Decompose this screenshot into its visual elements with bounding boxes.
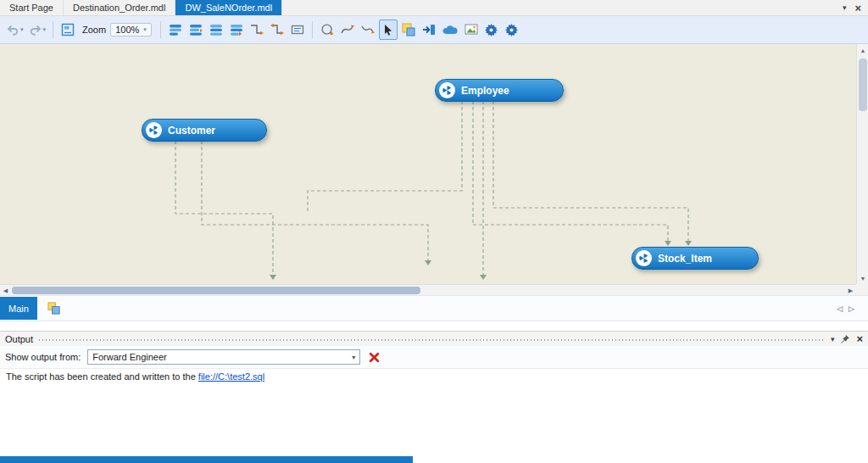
fan-icon bbox=[441, 84, 453, 97]
document-tabbar: Start Page Destination_Order.mdl DW_Sale… bbox=[0, 0, 868, 16]
undo-button[interactable]: ▾ bbox=[4, 20, 25, 40]
new-view-with-fields-button[interactable] bbox=[227, 20, 246, 40]
output-message: The script has been created and written … bbox=[0, 369, 868, 384]
entity-icon bbox=[146, 122, 162, 138]
undo-caret-icon: ▾ bbox=[20, 26, 24, 33]
new-table-button[interactable] bbox=[166, 20, 185, 40]
panel-drag-dots[interactable] bbox=[39, 339, 825, 341]
close-panel-icon[interactable]: × bbox=[856, 333, 863, 344]
tabstrip-pagers: ◁ ▷ bbox=[837, 304, 868, 313]
scroll-up-icon[interactable]: ▲ bbox=[857, 44, 868, 56]
ellipse-tool-button[interactable] bbox=[318, 20, 337, 40]
entity-employee[interactable]: Employee bbox=[435, 79, 564, 102]
new-table-with-fields-button[interactable] bbox=[186, 20, 205, 40]
new-diagram-icon bbox=[47, 301, 61, 315]
redo-caret-icon: ▾ bbox=[43, 26, 47, 33]
entity-icon bbox=[636, 250, 652, 266]
jump-to-object-button[interactable] bbox=[420, 20, 438, 40]
panel-menu-chevron-icon[interactable]: ▾ bbox=[831, 335, 835, 343]
toolbar-separator bbox=[312, 21, 313, 38]
diagram-toolbar: ▾ ▾ Zoom 100%▾ bbox=[0, 16, 868, 44]
relation-one-to-many-button[interactable] bbox=[248, 20, 266, 40]
pointer-tool-button[interactable] bbox=[379, 20, 398, 40]
output-title: Output bbox=[5, 334, 33, 344]
data-modeler-window: Start Page Destination_Order.mdl DW_Sale… bbox=[0, 0, 868, 463]
tabbar-controls: ▾ × bbox=[836, 0, 868, 15]
tab-label: Destination_Order.mdl bbox=[73, 3, 165, 13]
horizontal-scroll-thumb[interactable] bbox=[12, 287, 420, 294]
output-source-value: Forward Engineer bbox=[92, 352, 166, 362]
horizontal-scrollbar[interactable]: ◀ ▶ bbox=[0, 284, 856, 295]
tab-label: Start Page bbox=[9, 3, 53, 13]
tabs-page-right-icon[interactable]: ▷ bbox=[849, 304, 854, 313]
pointer-icon bbox=[381, 23, 395, 36]
scroll-down-icon[interactable]: ▼ bbox=[857, 272, 868, 284]
vertical-scrollbar[interactable]: ▲ ▼ bbox=[856, 44, 868, 284]
close-document-icon[interactable]: × bbox=[854, 3, 861, 14]
connector-line-icon bbox=[340, 22, 355, 37]
taskbar-strip bbox=[0, 456, 413, 463]
entity-stock-item[interactable]: Stock_Item bbox=[632, 247, 759, 270]
new-table-with-fields-icon bbox=[188, 22, 203, 37]
image-icon bbox=[464, 22, 479, 37]
output-source-select[interactable]: Forward Engineer ▾ bbox=[87, 349, 360, 365]
output-header: Output ▾ × bbox=[0, 332, 868, 346]
tab-start-page[interactable]: Start Page bbox=[0, 0, 64, 15]
relation-many-to-many-icon bbox=[270, 22, 285, 37]
diagram-tab-main[interactable]: Main bbox=[0, 297, 37, 320]
export-image-button[interactable] bbox=[462, 20, 481, 40]
relation-many-to-many-button[interactable] bbox=[268, 20, 287, 40]
entity-icon bbox=[439, 82, 455, 98]
zoom-label: Zoom bbox=[82, 25, 106, 35]
tab-list-chevron-icon[interactable]: ▾ bbox=[843, 4, 847, 12]
vertical-scroll-thumb[interactable] bbox=[859, 59, 867, 111]
page-setup-button[interactable] bbox=[58, 20, 77, 40]
entity-name: Customer bbox=[168, 125, 215, 137]
auto-size-button[interactable] bbox=[288, 20, 307, 40]
output-panel: Output ▾ × Show output from: Forward Eng… bbox=[0, 331, 868, 463]
new-diagram-button[interactable] bbox=[42, 298, 64, 320]
cloud-icon bbox=[442, 24, 459, 36]
tabs-page-left-icon[interactable]: ◁ bbox=[837, 304, 843, 313]
relation-one-to-many-icon bbox=[249, 22, 264, 37]
connector-curve-button[interactable] bbox=[359, 20, 377, 40]
zoom-value: 100% bbox=[115, 25, 139, 35]
connector-line-button[interactable] bbox=[338, 20, 357, 40]
tab-label: DW_SaleNOrder.mdl bbox=[185, 3, 272, 13]
clear-output-button[interactable] bbox=[367, 350, 381, 364]
entity-name: Stock_Item bbox=[658, 253, 712, 265]
zoom-dropdown[interactable]: Zoom 100%▾ bbox=[79, 20, 155, 40]
redo-button[interactable]: ▾ bbox=[27, 20, 48, 40]
output-file-link[interactable]: file://C:\test2.sql bbox=[198, 371, 264, 382]
diagram-tab-label: Main bbox=[8, 304, 29, 314]
new-table-icon bbox=[168, 22, 183, 37]
model-options-button[interactable] bbox=[482, 20, 501, 40]
gear-icon bbox=[484, 23, 498, 37]
new-view-button[interactable] bbox=[207, 20, 225, 40]
fan-icon bbox=[147, 124, 160, 137]
diagram-tabstrip: Main ◁ ▷ bbox=[0, 295, 868, 321]
output-filter-row: Show output from: Forward Engineer ▾ bbox=[0, 346, 868, 369]
fan-icon bbox=[637, 252, 650, 265]
new-view-with-fields-icon bbox=[229, 22, 244, 37]
tab-dw-salenorder[interactable]: DW_SaleNOrder.mdl bbox=[175, 0, 282, 15]
undo-icon bbox=[6, 23, 19, 36]
diagram-settings-button[interactable] bbox=[503, 20, 521, 40]
connector-arrowheads bbox=[270, 241, 692, 280]
entity-customer[interactable]: Customer bbox=[142, 119, 267, 142]
tab-destination-order[interactable]: Destination_Order.mdl bbox=[64, 0, 175, 15]
ellipse-tool-icon bbox=[320, 22, 335, 37]
diagram-dimension-icon bbox=[60, 22, 75, 37]
cloud-tool-button[interactable] bbox=[440, 20, 460, 40]
clear-output-icon bbox=[369, 352, 380, 363]
redo-icon bbox=[29, 23, 42, 36]
diagram-canvas[interactable]: Customer Employee Stock_Item bbox=[0, 44, 856, 284]
connector-curve-icon bbox=[360, 22, 376, 37]
new-note-icon bbox=[401, 22, 416, 37]
new-note-button[interactable] bbox=[399, 20, 418, 40]
pin-icon[interactable] bbox=[840, 334, 850, 344]
zoom-caret-icon: ▾ bbox=[143, 26, 147, 33]
scrollbar-corner bbox=[856, 284, 868, 295]
new-view-icon bbox=[209, 22, 224, 37]
auto-size-icon bbox=[290, 22, 305, 37]
